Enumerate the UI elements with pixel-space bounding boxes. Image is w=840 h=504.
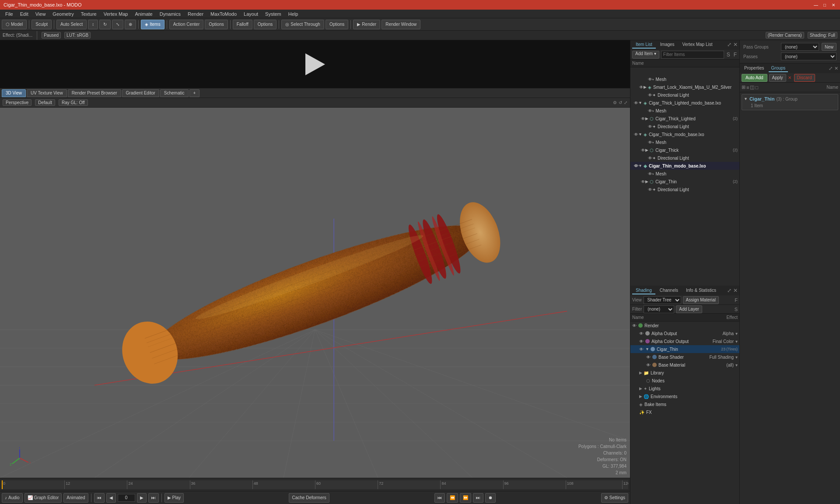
- transport-btn5[interactable]: ⏺: [485, 493, 496, 503]
- tab-3d-view[interactable]: 3D View: [2, 89, 26, 97]
- action-center-btn[interactable]: Action Center: [169, 20, 204, 29]
- vis-eye-icon[interactable]: 👁: [648, 108, 652, 113]
- s-icon[interactable]: S: [726, 51, 731, 59]
- prev-frame-btn[interactable]: ◀: [106, 493, 116, 503]
- panel-expand-icon[interactable]: ⤢: [727, 42, 732, 48]
- expand-arrow-icon[interactable]: ▶: [639, 394, 642, 399]
- shader-tree-item[interactable]: 👁 Render: [630, 322, 739, 329]
- shader-tree-item[interactable]: 👁 Alpha Output Alpha ▾: [630, 329, 739, 337]
- expand-icon[interactable]: ▼: [638, 164, 642, 168]
- shader-tree-item-selected[interactable]: 👁 ▼ Cigar_Thin 23 (Tires): [630, 345, 739, 353]
- filter-s-icon[interactable]: S: [735, 307, 738, 312]
- f-icon[interactable]: F: [733, 51, 738, 59]
- options3-btn[interactable]: Options: [326, 20, 348, 29]
- shader-tree-item[interactable]: ◈ Bake Items: [630, 400, 739, 408]
- list-item-active[interactable]: 👁 ▼ ◈ Cigar_Thin_modo_base.lxo: [630, 162, 739, 170]
- vis-eye-icon[interactable]: 👁: [648, 140, 652, 145]
- graph-editor-btn[interactable]: 📈 Graph Editor: [24, 493, 62, 503]
- fr-tab-properties[interactable]: Properties: [742, 65, 767, 72]
- expand-arrow-icon[interactable]: ▶: [639, 386, 642, 391]
- shading-expand-icon[interactable]: ⤢: [727, 287, 732, 294]
- vis-eye-icon[interactable]: 👁: [641, 148, 645, 153]
- menu-render[interactable]: Render: [184, 10, 207, 18]
- fr-sub-icon2[interactable]: ≡: [746, 85, 749, 90]
- list-item[interactable]: 👁 ▼ ◈ Cigar_Thick_Lighted_modo_base.lxo: [630, 99, 739, 107]
- vis-eye-icon[interactable]: 👁: [639, 85, 644, 90]
- vis-eye-icon[interactable]: 👁: [648, 77, 652, 82]
- fr-sub-icon3[interactable]: ◫: [750, 84, 754, 90]
- tab-channels[interactable]: Channels: [656, 287, 682, 294]
- menu-edit[interactable]: Edit: [17, 10, 32, 18]
- eye-icon[interactable]: 👁: [646, 363, 651, 368]
- fr-close-icon[interactable]: ✕: [834, 66, 838, 71]
- list-item[interactable]: 👁 ▶ ⬡ Cigar_Thick_Lighted (2): [630, 115, 739, 122]
- menu-animate[interactable]: Animate: [131, 10, 156, 18]
- default-btn[interactable]: Default: [35, 99, 55, 106]
- vp-expand-icon[interactable]: ⤢: [624, 100, 627, 105]
- shader-tree-item[interactable]: ▶ 🌐 Environments: [630, 392, 739, 400]
- expand-icon[interactable]: ▶: [644, 85, 647, 89]
- expand-icon[interactable]: ▼: [638, 101, 642, 105]
- ray-gl-btn[interactable]: Ray GL: Off: [59, 99, 88, 106]
- vis-eye-icon[interactable]: 👁: [634, 164, 638, 168]
- vis-eye-icon[interactable]: 👁: [648, 187, 652, 192]
- fr-content[interactable]: ▼ Cigar_Thin (3) : Group 1 Item: [740, 92, 840, 504]
- play-render-btn[interactable]: [305, 53, 325, 75]
- apply-btn[interactable]: Apply: [769, 74, 786, 82]
- tab-shading[interactable]: Shading: [632, 287, 655, 294]
- options1-btn[interactable]: Options: [205, 20, 228, 29]
- eye-icon[interactable]: 👁: [639, 331, 644, 336]
- transform-btn[interactable]: ⊕: [125, 20, 136, 29]
- tab-info-stats[interactable]: Info & Statistics: [682, 287, 720, 294]
- menu-system[interactable]: System: [262, 10, 285, 18]
- tab-render-preset[interactable]: Render Preset Browser: [68, 89, 121, 97]
- render-camera-label[interactable]: (Render Camera): [766, 32, 804, 38]
- expand-icon[interactable]: ▶: [645, 116, 648, 121]
- menu-file[interactable]: File: [2, 10, 17, 18]
- fr-expand-icon[interactable]: ⤢: [829, 66, 833, 71]
- eye-icon[interactable]: 👁: [639, 347, 644, 352]
- list-item[interactable]: 👁 ▪ Mesh: [630, 75, 739, 83]
- vis-eye-icon[interactable]: 👁: [634, 132, 638, 137]
- add-layer-btn[interactable]: Add Layer: [676, 305, 702, 313]
- dropdown-icon[interactable]: ▾: [735, 363, 738, 368]
- tab-uv-texture[interactable]: UV Texture View: [27, 89, 67, 97]
- list-item[interactable]: 👁 ▪ Mesh: [630, 107, 739, 115]
- filter-select[interactable]: (none): [644, 305, 674, 313]
- maximize-btn[interactable]: □: [822, 2, 828, 8]
- tab-schematic[interactable]: Schematic: [160, 89, 189, 97]
- menu-geometry[interactable]: Geometry: [49, 10, 77, 18]
- timeline-cursor[interactable]: [2, 480, 3, 489]
- cache-deformers-btn[interactable]: Cache Deformers: [289, 493, 329, 503]
- passes-select[interactable]: (none): [781, 52, 836, 60]
- select-through-btn[interactable]: ◎ Select Through: [281, 20, 324, 29]
- shader-tree-item[interactable]: 👁 Base Shader Full Shading ▾: [630, 353, 739, 361]
- item-list-content[interactable]: 👁 ▪ Mesh 👁 ▶ ◈ Smart_Lock_Xiaomi_Mjsa_U_…: [630, 67, 739, 286]
- eye-icon[interactable]: 👁: [632, 323, 637, 328]
- expand-arrow-icon[interactable]: ▶: [639, 371, 642, 375]
- menu-texture[interactable]: Texture: [77, 10, 100, 18]
- vis-eye-icon[interactable]: 👁: [648, 172, 652, 176]
- auto-add-btn[interactable]: Auto Add: [742, 74, 767, 82]
- expand-arrow-icon[interactable]: ▼: [645, 347, 649, 351]
- list-item[interactable]: 👁 ▪ Mesh: [630, 138, 739, 146]
- shader-tree-content[interactable]: 👁 Render 👁 Alpha Output Alpha ▾: [630, 322, 739, 504]
- group-item[interactable]: ▼ Cigar_Thin (3) : Group 1 Item: [742, 94, 838, 110]
- timeline-ruler[interactable]: 0 12 24 36 48 60 72 84 96 108 120: [2, 480, 628, 489]
- list-item[interactable]: 👁 ▼ ◈ Cigar_Thick_modo_base.lxo: [630, 130, 739, 138]
- auto-select-btn[interactable]: Auto Select: [56, 20, 87, 29]
- menu-help[interactable]: Help: [285, 10, 302, 18]
- shading-f-icon[interactable]: F: [735, 298, 738, 303]
- pass-groups-select[interactable]: (none): [781, 43, 819, 51]
- menu-layout[interactable]: Layout: [240, 10, 262, 18]
- items-btn[interactable]: ◈ Items: [141, 20, 164, 29]
- vis-eye-icon[interactable]: 👁: [634, 101, 638, 105]
- shading-label[interactable]: Shading: Full: [808, 32, 837, 38]
- filter-items-input[interactable]: [661, 51, 724, 59]
- dropdown-icon[interactable]: ▾: [735, 355, 738, 360]
- new-group-btn[interactable]: New: [822, 43, 836, 51]
- options2-btn[interactable]: Options: [254, 20, 276, 29]
- eye-icon[interactable]: 👁: [639, 339, 644, 344]
- expand-icon[interactable]: ▶: [645, 179, 648, 184]
- transport-btn3[interactable]: ⏩: [460, 493, 471, 503]
